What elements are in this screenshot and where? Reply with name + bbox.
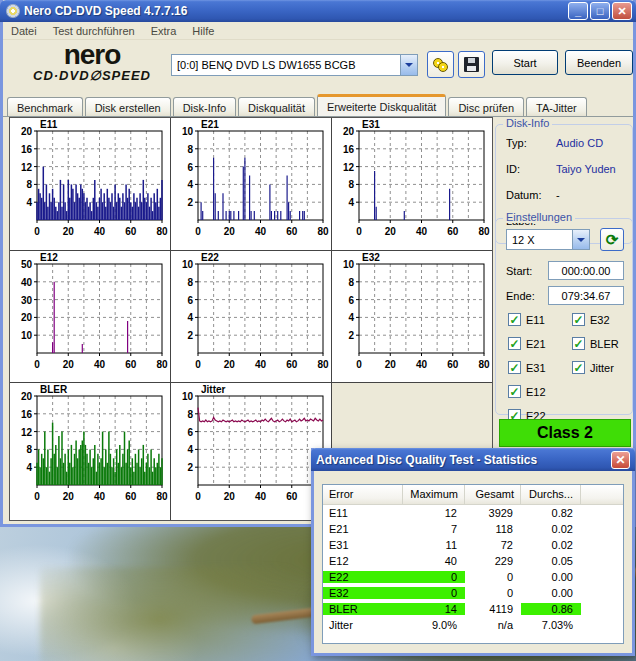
svg-text:60: 60 [286, 226, 298, 237]
svg-text:10: 10 [182, 391, 194, 402]
refresh-button[interactable]: ⟳ [600, 228, 624, 251]
chart-e22: 246810020406080E22 [171, 251, 332, 383]
drive-select[interactable]: [0:0] BENQ DVD LS DW1655 BCGB [171, 54, 418, 76]
table-cell: 118 [465, 523, 521, 535]
svg-text:20: 20 [21, 312, 33, 323]
svg-text:6: 6 [187, 427, 193, 438]
column-gesamt[interactable]: Gesamt [465, 485, 521, 504]
ende-time-field[interactable] [548, 286, 624, 305]
checkbox-jitter[interactable]: ✓Jitter [572, 361, 614, 374]
svg-text:40: 40 [94, 226, 106, 237]
checkbox-label: E12 [526, 386, 546, 398]
svg-text:0: 0 [34, 359, 40, 370]
close-icon[interactable]: ✕ [611, 451, 630, 469]
close-button[interactable]: ✕ [612, 2, 632, 20]
table-cell: n/a [465, 619, 521, 631]
svg-text:12: 12 [21, 427, 33, 438]
tab-disc-pruefen[interactable]: Disc prüfen [448, 97, 524, 117]
svg-text:80: 80 [156, 491, 168, 502]
svg-text:10: 10 [182, 259, 194, 270]
svg-text:6: 6 [187, 295, 193, 306]
statistics-dialog-titlebar[interactable]: Advanced Disc Quality Test - Statistics … [311, 448, 635, 471]
checkbox-e31[interactable]: ✓E31 [508, 361, 546, 374]
nero-logo: nero CD·DVD∅SPEED [17, 42, 167, 83]
checkbox-e32[interactable]: ✓E32 [572, 313, 610, 326]
table-cell: 0.02 [521, 539, 581, 551]
svg-text:0: 0 [195, 226, 201, 237]
svg-text:8: 8 [187, 144, 193, 155]
maximize-button[interactable]: □ [590, 2, 610, 20]
svg-text:0: 0 [34, 491, 40, 502]
speed-select[interactable]: 12 X [506, 229, 590, 250]
chevron-down-icon[interactable] [572, 230, 589, 249]
column-maximum[interactable]: Maximum [403, 485, 465, 504]
svg-text:40: 40 [255, 226, 267, 237]
menu-extra[interactable]: Extra [143, 23, 185, 39]
typ-value: Audio CD [556, 137, 603, 149]
cdspeed-logo-text: CD·DVD∅SPEED [17, 68, 167, 83]
column-durchschnitt[interactable]: Durchs... [521, 485, 581, 504]
quality-class-badge: Class 2 [499, 419, 631, 447]
svg-text:20: 20 [21, 391, 33, 402]
table-row: E32000.00 [323, 585, 623, 601]
svg-text:E21: E21 [201, 119, 219, 130]
tab-disk-erstellen[interactable]: Disk erstellen [85, 97, 171, 117]
tab-ta-jitter[interactable]: TA-Jitter [526, 97, 587, 117]
tab-disk-info[interactable]: Disk-Info [173, 97, 236, 117]
chart-e31: 48121620020406080E31 [332, 118, 492, 251]
svg-text:20: 20 [224, 491, 236, 502]
tab-diskqualitaet[interactable]: Diskqualität [238, 97, 315, 117]
start-time-label: Start: [506, 265, 548, 277]
beenden-button[interactable]: Beenden [565, 50, 633, 75]
svg-text:20: 20 [224, 359, 236, 370]
table-row: E3111720.02 [323, 537, 623, 553]
statistics-dialog: Advanced Disc Quality Test - Statistics … [311, 448, 635, 656]
svg-text:8: 8 [348, 179, 354, 190]
svg-text:60: 60 [447, 226, 459, 237]
eject-button[interactable] [427, 51, 454, 78]
svg-text:E31: E31 [362, 119, 380, 130]
title-bar[interactable]: Nero CD-DVD Speed 4.7.7.16 _ □ ✕ [0, 0, 636, 22]
column-error[interactable]: Error [323, 485, 403, 504]
svg-text:40: 40 [416, 359, 428, 370]
svg-text:4: 4 [187, 444, 193, 455]
svg-text:20: 20 [63, 226, 75, 237]
save-button[interactable] [458, 51, 485, 78]
checkbox-e21[interactable]: ✓E21 [508, 337, 546, 350]
svg-text:E32: E32 [362, 252, 380, 263]
table-cell: 7 [403, 523, 465, 535]
start-button[interactable]: Start [492, 50, 558, 75]
check-icon: ✓ [572, 337, 585, 350]
svg-text:50: 50 [21, 259, 33, 270]
svg-text:8: 8 [187, 409, 193, 420]
start-time-field[interactable] [548, 261, 624, 280]
checkbox-e12[interactable]: ✓E12 [508, 385, 546, 398]
minimize-button[interactable]: _ [568, 2, 588, 20]
checkbox-label: BLER [590, 338, 619, 350]
svg-text:6: 6 [187, 162, 193, 173]
menu-hilfe[interactable]: Hilfe [184, 23, 222, 39]
tab-erweiterte-diskqualitaet[interactable]: Erweiterte Diskqualität [317, 94, 446, 117]
menu-datei[interactable]: Datei [3, 23, 45, 39]
svg-text:4: 4 [26, 462, 32, 473]
svg-text:Jitter: Jitter [201, 384, 226, 395]
table-row: E2171180.02 [323, 521, 623, 537]
checkbox-bler[interactable]: ✓BLER [572, 337, 619, 350]
tab-benchmark[interactable]: Benchmark [7, 97, 83, 117]
floppy-save-icon [464, 57, 479, 72]
svg-text:80: 80 [156, 226, 168, 237]
svg-text:8: 8 [348, 277, 354, 288]
table-cell: 7.03% [521, 619, 581, 631]
checkbox-e11[interactable]: ✓E11 [508, 313, 545, 326]
menu-test-durchfuehren[interactable]: Test durchführen [45, 23, 143, 39]
datum-label: Datum: [506, 189, 556, 201]
chevron-down-icon[interactable] [400, 55, 417, 75]
svg-text:16: 16 [343, 144, 355, 155]
svg-text:40: 40 [255, 359, 267, 370]
toolbar: nero CD·DVD∅SPEED [0:0] BENQ DVD LS DW16… [3, 40, 633, 92]
disk-info-title: Disk-Info [503, 117, 552, 129]
svg-text:6: 6 [348, 295, 354, 306]
svg-text:60: 60 [447, 359, 459, 370]
svg-text:2: 2 [348, 330, 354, 341]
svg-text:E12: E12 [40, 252, 58, 263]
